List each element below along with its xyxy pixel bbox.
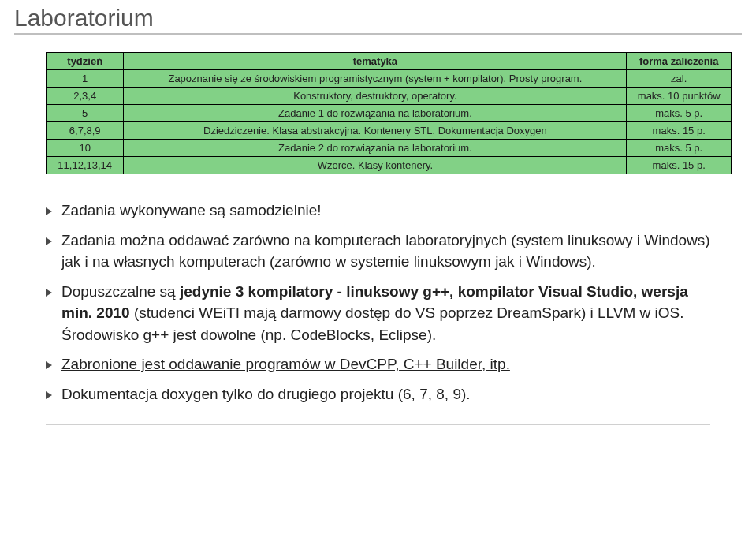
bullet-post: (studenci WEiTI mają darmowy dostęp do V…	[61, 304, 684, 343]
arrow-right-icon	[46, 361, 52, 369]
cell-week: 6,7,8,9	[47, 122, 124, 140]
col-header-form: forma zaliczenia	[627, 53, 732, 70]
schedule-table: tydzień tematyka forma zaliczenia 1 Zapo…	[46, 52, 732, 174]
table-row: 6,7,8,9 Dziedziczenie. Klasa abstrakcyjn…	[47, 122, 732, 140]
cell-topic: Zapoznanie się ze środowiskiem programis…	[124, 70, 627, 88]
arrow-right-icon	[46, 391, 52, 399]
bullet-text: Zadania wykonywane są samodzielnie!	[61, 200, 322, 222]
col-header-week: tydzień	[47, 53, 124, 70]
cell-topic: Zadanie 2 do rozwiązania na laboratorium…	[124, 140, 627, 157]
cell-topic: Wzorce. Klasy kontenery.	[124, 157, 627, 174]
cell-form: maks. 5 p.	[627, 105, 732, 122]
table-row: 11,12,13,14 Wzorce. Klasy kontenery. mak…	[47, 157, 732, 174]
table-row: 10 Zadanie 2 do rozwiązania na laborator…	[47, 140, 732, 157]
cell-topic: Zadanie 1 do rozwiązania na laboratorium…	[124, 105, 627, 122]
arrow-right-icon	[46, 289, 52, 297]
cell-week: 5	[47, 105, 124, 122]
cell-form: maks. 10 punktów	[627, 88, 732, 105]
cell-form: maks. 5 p.	[627, 140, 732, 157]
table-row: 2,3,4 Konstruktory, destruktory, operato…	[47, 88, 732, 105]
cell-form: maks. 15 p.	[627, 157, 732, 174]
cell-week: 10	[47, 140, 124, 157]
cell-topic: Konstruktory, destruktory, operatory.	[124, 88, 627, 105]
arrow-right-icon	[46, 207, 52, 215]
list-item: Dokumentacja doxygen tylko do drugiego p…	[46, 383, 718, 405]
cell-week: 11,12,13,14	[47, 157, 124, 174]
bullet-text: Zadania można oddawać zarówno na kompute…	[61, 230, 718, 273]
table-row: 5 Zadanie 1 do rozwiązania na laboratori…	[47, 105, 732, 122]
cell-week: 1	[47, 70, 124, 88]
cell-week: 2,3,4	[47, 88, 124, 105]
list-item: Zadania można oddawać zarówno na kompute…	[46, 230, 718, 273]
arrow-right-icon	[46, 237, 52, 245]
table-row: 1 Zapoznanie się ze środowiskiem program…	[47, 70, 732, 88]
bullet-text: Dopuszczalne są jedynie 3 kompilatory - …	[61, 281, 718, 346]
cell-form: zal.	[627, 70, 732, 88]
list-item: Zadania wykonywane są samodzielnie!	[46, 200, 718, 222]
list-item: Zabronione jest oddawanie programów w De…	[46, 353, 718, 375]
bullet-pre: Dopuszczalne są	[61, 283, 180, 300]
list-item: Dopuszczalne są jedynie 3 kompilatory - …	[46, 281, 718, 346]
page-title: Laboratorium	[14, 5, 742, 35]
cell-form: maks. 15 p.	[627, 122, 732, 140]
footer-divider	[46, 424, 710, 425]
cell-topic: Dziedziczenie. Klasa abstrakcyjna. Konte…	[124, 122, 627, 140]
bullet-text: Zabronione jest oddawanie programów w De…	[61, 353, 510, 375]
bullet-text: Dokumentacja doxygen tylko do drugiego p…	[61, 383, 471, 405]
col-header-topic: tematyka	[124, 53, 627, 70]
